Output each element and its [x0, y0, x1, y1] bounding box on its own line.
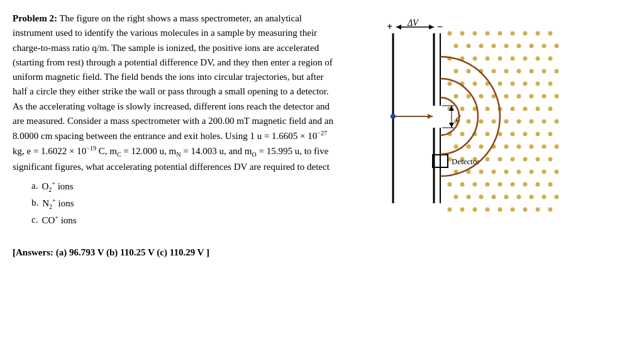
- svg-point-107: [555, 170, 559, 174]
- svg-point-17: [555, 44, 559, 48]
- svg-point-31: [504, 69, 509, 74]
- list-item-a: a. O2+ ions: [31, 178, 340, 195]
- svg-point-11: [479, 44, 484, 48]
- svg-point-66: [492, 120, 496, 124]
- svg-point-50: [517, 94, 521, 99]
- diagram-section: + − ΔV Detector d: [352, 11, 566, 258]
- svg-point-35: [555, 69, 559, 74]
- svg-point-34: [542, 69, 547, 74]
- svg-point-8: [548, 31, 553, 36]
- svg-point-132: [523, 208, 528, 212]
- svg-point-62: [548, 107, 553, 111]
- svg-point-28: [467, 69, 471, 74]
- svg-point-120: [492, 195, 496, 199]
- svg-point-82: [467, 145, 471, 149]
- svg-point-73: [460, 132, 465, 137]
- svg-point-114: [523, 182, 528, 187]
- svg-point-128: [473, 208, 477, 212]
- main-container: Problem 2: The figure on the right shows…: [13, 11, 631, 258]
- list-items: a. O2+ ions b. N2+ ions c. CO+ ions: [31, 178, 340, 229]
- svg-point-46: [467, 94, 471, 99]
- svg-point-40: [498, 82, 502, 86]
- problem-title: Problem 2:: [13, 13, 57, 23]
- svg-point-1: [460, 31, 465, 36]
- svg-point-53: [555, 94, 559, 99]
- ion-beam-arrow: [428, 114, 433, 119]
- svg-point-9: [454, 44, 458, 48]
- svg-point-117: [454, 195, 458, 199]
- svg-point-47: [479, 94, 484, 99]
- svg-point-118: [467, 195, 471, 199]
- mass-spectrometer-diagram: + − ΔV Detector d: [358, 18, 560, 219]
- svg-point-98: [548, 157, 553, 162]
- svg-point-25: [536, 57, 540, 61]
- svg-point-30: [492, 69, 496, 74]
- svg-point-122: [517, 195, 521, 199]
- list-item-c: c. CO+ ions: [31, 212, 340, 229]
- svg-point-125: [555, 195, 559, 199]
- svg-point-123: [530, 195, 534, 199]
- svg-point-13: [504, 44, 509, 48]
- svg-point-52: [542, 94, 547, 99]
- svg-point-93: [486, 157, 490, 162]
- svg-point-116: [548, 182, 553, 187]
- svg-point-86: [517, 145, 521, 149]
- svg-point-109: [460, 182, 465, 187]
- svg-point-83: [479, 145, 484, 149]
- svg-point-60: [523, 107, 528, 111]
- svg-point-70: [542, 120, 547, 124]
- svg-point-2: [473, 31, 477, 36]
- svg-point-80: [548, 132, 553, 137]
- svg-point-43: [536, 82, 540, 86]
- d-bottom-arrow: [449, 123, 454, 128]
- svg-point-38: [473, 82, 477, 86]
- svg-point-131: [511, 208, 515, 212]
- svg-point-79: [536, 132, 540, 137]
- svg-point-68: [517, 120, 521, 124]
- svg-point-4: [498, 31, 502, 36]
- svg-point-129: [486, 208, 490, 212]
- svg-point-51: [530, 94, 534, 99]
- svg-point-126: [448, 208, 452, 212]
- svg-point-14: [517, 44, 521, 48]
- svg-point-113: [511, 182, 515, 187]
- svg-point-15: [530, 44, 534, 48]
- svg-point-94: [498, 157, 502, 162]
- svg-point-64: [467, 120, 471, 124]
- svg-point-134: [548, 208, 553, 212]
- svg-point-130: [498, 208, 502, 212]
- svg-point-10: [467, 44, 471, 48]
- svg-point-55: [460, 107, 465, 111]
- list-label-a: a.: [31, 178, 38, 195]
- delta-v-label: ΔV: [407, 18, 419, 28]
- text-section: Problem 2: The figure on the right shows…: [13, 11, 340, 258]
- svg-point-12: [492, 44, 496, 48]
- svg-point-61: [536, 107, 540, 111]
- svg-point-24: [523, 57, 528, 61]
- svg-point-111: [486, 182, 490, 187]
- svg-point-49: [504, 94, 509, 99]
- svg-point-78: [523, 132, 528, 137]
- svg-point-41: [511, 82, 515, 86]
- svg-point-108: [448, 182, 452, 187]
- minus-label: −: [437, 21, 443, 32]
- svg-point-23: [511, 57, 515, 61]
- svg-point-71: [555, 120, 559, 124]
- problem-text: Problem 2: The figure on the right shows…: [13, 11, 340, 174]
- svg-point-102: [492, 170, 496, 174]
- svg-point-115: [536, 182, 540, 187]
- svg-point-85: [504, 145, 509, 149]
- ion-source-dot: [391, 114, 396, 119]
- svg-point-105: [530, 170, 534, 174]
- delta-v-right-arrowhead: [429, 25, 434, 30]
- svg-point-44: [548, 82, 553, 86]
- svg-point-75: [486, 132, 490, 137]
- svg-point-121: [504, 195, 509, 199]
- svg-point-65: [479, 120, 484, 124]
- svg-point-110: [473, 182, 477, 187]
- svg-point-0: [448, 31, 452, 36]
- svg-point-77: [511, 132, 515, 137]
- svg-point-22: [498, 57, 502, 61]
- svg-point-112: [498, 182, 502, 187]
- svg-point-20: [473, 57, 477, 61]
